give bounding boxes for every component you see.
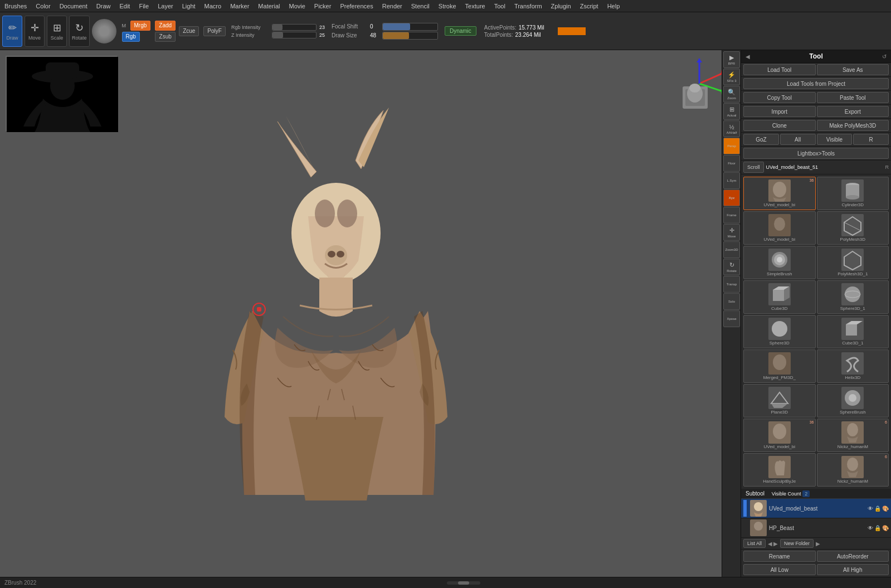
aahalf-button[interactable]: ½ AAHalf <box>723 120 740 137</box>
auto-reorder-button[interactable]: AutoReorder <box>817 551 889 562</box>
menu-render[interactable]: Render <box>378 2 407 11</box>
menu-document[interactable]: Document <box>55 2 92 11</box>
rgb-intensity-slider[interactable] <box>272 24 317 31</box>
load-tool-button[interactable]: Load Tool <box>743 64 816 75</box>
menu-edit[interactable]: Edit <box>115 2 134 11</box>
menu-draw[interactable]: Draw <box>92 2 115 11</box>
visible-button[interactable]: Visible <box>817 134 853 145</box>
subtool-item-hp[interactable]: HP_Beast 👁 🔒 🎨 <box>741 518 891 538</box>
copy-tool-button[interactable]: Copy Tool <box>743 92 816 103</box>
r-button[interactable]: R <box>853 134 889 145</box>
menu-stroke[interactable]: Stroke <box>434 2 461 11</box>
refresh-icon[interactable]: ↺ <box>882 54 887 60</box>
menu-file[interactable]: File <box>134 2 153 11</box>
transp-button[interactable]: Transp <box>723 276 740 293</box>
canvas-area[interactable] <box>0 50 722 577</box>
tool-cell-mergedpm3d[interactable]: Merged_PM3D_ <box>743 349 816 383</box>
tool-cell-polymesh[interactable]: PolyMesh3D <box>817 211 889 245</box>
zadd-button[interactable]: Zadd <box>155 21 176 31</box>
xpose-button[interactable]: Xpose <box>723 310 740 327</box>
tool-cell-nickz2[interactable]: Nickz_humanM 6 <box>817 453 889 487</box>
paste-tool-button[interactable]: Paste Tool <box>817 92 889 103</box>
menu-tool[interactable]: Tool <box>490 2 510 11</box>
menu-brushes[interactable]: Brushes <box>0 2 31 11</box>
focal-shift-slider[interactable] <box>382 23 438 31</box>
floor-button[interactable]: Floor <box>723 155 740 172</box>
l3sym-button[interactable]: L.Sym <box>723 172 740 189</box>
solo-button[interactable]: Solo <box>723 293 740 310</box>
subtool-item-uved[interactable]: UVed_model_beast 👁 🔒 🎨 <box>741 499 891 518</box>
menu-movie[interactable]: Movie <box>284 2 309 11</box>
bpr-button[interactable]: ▶ BPR <box>723 51 740 68</box>
actual-button[interactable]: ⊞ Actual <box>723 103 740 120</box>
menu-material[interactable]: Material <box>254 2 284 11</box>
lock-icon2[interactable]: 🔒 <box>874 525 881 531</box>
xyz-button[interactable]: Xyz <box>723 189 740 206</box>
polyf-button[interactable]: PolyF <box>203 26 226 36</box>
tool-cell-spherebrush[interactable]: SphereBrush <box>817 384 889 417</box>
menu-preferences[interactable]: Preferences <box>335 2 377 11</box>
tool-cell-uved-beast[interactable]: UVed_model_bi 36 <box>743 177 816 210</box>
eye-icon[interactable]: 👁 <box>868 506 873 512</box>
tool-cell-helix3d[interactable]: Helix3D <box>817 349 889 383</box>
tool-cell-uved2[interactable]: UVed_model_bi <box>743 211 816 245</box>
all-low-button[interactable]: All Low <box>743 564 816 575</box>
z-intensity-slider[interactable] <box>272 32 317 38</box>
all-button[interactable]: All <box>780 134 816 145</box>
rgb-button[interactable]: Rgb <box>122 32 140 42</box>
frame-button[interactable]: Frame <box>723 207 740 223</box>
scroll-button[interactable]: Scroll <box>743 162 764 173</box>
tool-cell-uved3[interactable]: UVed_model_bi 36 <box>743 419 816 452</box>
list-all-button[interactable]: List All <box>743 539 766 548</box>
all-high-button[interactable]: All High <box>817 564 889 575</box>
list-left-arrow[interactable]: ◀ <box>768 541 772 547</box>
rotate-tool[interactable]: ↻ Rotate <box>69 16 90 47</box>
tool-cell-sphere3d[interactable]: Sphere3D <box>743 315 816 348</box>
menu-texture[interactable]: Texture <box>461 2 490 11</box>
import-button[interactable]: Import <box>743 106 816 117</box>
goz-button[interactable]: GoZ <box>743 134 779 145</box>
move-tool[interactable]: ✛ Move <box>25 16 45 47</box>
draw-tool[interactable]: ✏ Draw <box>2 16 22 47</box>
tool-cell-polymesh3d1[interactable]: PolyMesh3D_1 <box>817 246 889 279</box>
move3d-button[interactable]: ✛ Move <box>723 224 740 241</box>
color-icon2[interactable]: 🎨 <box>882 525 889 531</box>
folder-right-arrow[interactable]: ▶ <box>816 541 820 547</box>
eye-icon2[interactable]: 👁 <box>868 525 873 531</box>
zcue-button[interactable]: Zcue <box>179 26 199 36</box>
persp-button[interactable]: Persp <box>723 138 740 154</box>
zoom3d-button[interactable]: Zoom3D <box>723 241 740 258</box>
draw-size-slider[interactable] <box>382 32 438 40</box>
scale-tool[interactable]: ⊞ Scale <box>47 16 67 47</box>
lock-icon[interactable]: 🔒 <box>874 506 881 512</box>
menu-macro[interactable]: Macro <box>200 2 226 11</box>
tool-cell-cube3d1[interactable]: Cube3D_1 <box>817 315 889 348</box>
menu-marker[interactable]: Marker <box>226 2 254 11</box>
scroll-indicator[interactable] <box>447 581 480 585</box>
tool-cell-simplebrush[interactable]: SimpleBrush <box>743 246 816 279</box>
zoom-button[interactable]: 🔍 Zoom <box>723 86 740 103</box>
lightbox-button[interactable]: Lightbox>Tools <box>743 148 889 159</box>
menu-zplugin[interactable]: Zplugin <box>547 2 576 11</box>
zsub-button[interactable]: Zsub <box>155 32 176 42</box>
menu-picker[interactable]: Picker <box>310 2 336 11</box>
rename-button[interactable]: Rename <box>743 551 816 562</box>
tool-cell-plane3d[interactable]: Plane3D <box>743 384 816 417</box>
character-viewport[interactable] <box>166 105 556 523</box>
tool-cell-handsculpt[interactable]: HandSculptByJe <box>743 453 816 487</box>
menu-transform[interactable]: Transform <box>510 2 547 11</box>
mrgb-button[interactable]: Mrgb <box>130 21 151 31</box>
menu-color[interactable]: Color <box>31 2 55 11</box>
tool-cell-cube3d[interactable]: Cube3D <box>743 280 816 314</box>
subtool-header[interactable]: Subtool Visible Count 2 <box>741 489 891 499</box>
dynamic-button[interactable]: Dynamic <box>445 26 476 36</box>
rotate3d-button[interactable]: ↻ Rotate <box>723 259 740 275</box>
menu-stencil[interactable]: Stencil <box>407 2 434 11</box>
menu-light[interactable]: Light <box>178 2 200 11</box>
clone-button[interactable]: Clone <box>743 120 816 131</box>
save-as-button[interactable]: Save As <box>817 64 889 75</box>
alpha-selector[interactable] <box>92 19 116 43</box>
tool-cell-nickz[interactable]: Nickz_humanM 6 <box>817 419 889 452</box>
tool-cell-cylinder[interactable]: Cylinder3D <box>817 177 889 210</box>
new-folder-button[interactable]: New Folder <box>780 539 814 548</box>
